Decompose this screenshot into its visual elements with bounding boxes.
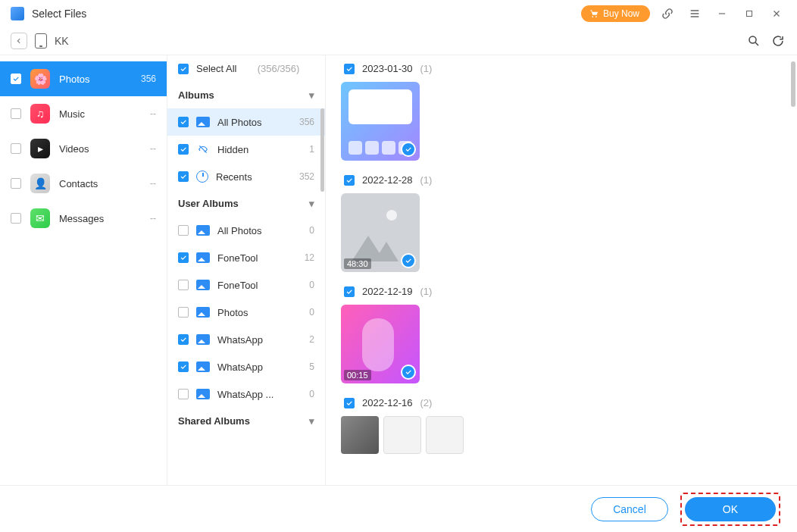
date-header[interactable]: 2023-01-30(1)	[341, 63, 782, 74]
date-checkbox[interactable]	[344, 175, 355, 186]
album-item[interactable]: WhatsApp2	[167, 326, 325, 353]
duration-label: 00:15	[344, 370, 371, 380]
album-count: 5	[309, 361, 314, 372]
clock-icon	[196, 171, 208, 183]
album-icon	[196, 225, 210, 236]
ok-button[interactable]: OK	[685, 497, 776, 521]
breadcrumb: KK	[0, 27, 797, 55]
cancel-button[interactable]: Cancel	[591, 497, 668, 521]
date-label: 2022-12-19	[362, 286, 413, 297]
album-checkbox[interactable]	[178, 252, 189, 263]
date-header[interactable]: 2022-12-16(2)	[341, 397, 782, 408]
category-photos[interactable]: 🌸Photos356	[0, 61, 167, 96]
search-icon[interactable]	[745, 33, 762, 49]
album-count: 0	[309, 280, 314, 290]
close-button[interactable]	[767, 4, 786, 23]
album-checkbox[interactable]	[178, 361, 189, 372]
album-item[interactable]: All Photos0	[167, 217, 325, 244]
back-button[interactable]	[11, 33, 27, 49]
photo-thumbnail[interactable]	[341, 82, 420, 161]
date-count: (1)	[420, 174, 433, 186]
album-icon	[196, 361, 210, 372]
date-checkbox[interactable]	[344, 64, 355, 74]
category-count: --	[150, 143, 156, 154]
thumbnail-row: 48:30	[341, 193, 782, 272]
album-item[interactable]: WhatsApp5	[167, 353, 325, 380]
refresh-icon[interactable]	[770, 33, 786, 49]
album-group-header[interactable]: Albums▾	[167, 82, 325, 108]
album-item[interactable]: Hidden1	[167, 136, 325, 163]
photo-thumbnail[interactable]	[341, 416, 464, 454]
category-checkbox[interactable]	[11, 213, 21, 224]
maximize-button[interactable]	[739, 4, 759, 23]
album-checkbox[interactable]	[178, 280, 189, 290]
category-music[interactable]: ♫Music--	[0, 96, 167, 131]
album-item[interactable]: Recents352	[167, 163, 325, 190]
category-messages[interactable]: ✉Messages--	[0, 201, 167, 236]
album-group-title: Shared Albums	[178, 415, 250, 427]
album-checkbox[interactable]	[178, 171, 189, 182]
content-scrollbar[interactable]	[791, 61, 795, 107]
album-item[interactable]: FoneTool0	[167, 271, 325, 299]
category-contacts[interactable]: 👤Contacts--	[0, 166, 167, 201]
album-icon	[196, 334, 210, 345]
select-all-row[interactable]: Select All (356/356)	[167, 55, 325, 82]
album-checkbox[interactable]	[178, 307, 189, 318]
category-checkbox[interactable]	[11, 74, 21, 84]
photo-thumbnail[interactable]: 00:15	[341, 305, 420, 383]
thumbnail-row	[341, 82, 782, 161]
album-icon	[196, 117, 210, 127]
category-label: Photos	[59, 74, 132, 85]
buy-now-label: Buy Now	[603, 8, 639, 19]
album-label: All Photos	[217, 225, 302, 236]
category-videos[interactable]: ▸Videos--	[0, 131, 167, 166]
album-label: All Photos	[217, 117, 292, 128]
album-icon	[196, 252, 210, 263]
chevron-down-icon: ▾	[309, 415, 314, 427]
album-checkbox[interactable]	[178, 117, 189, 127]
date-group: 2022-12-28(1)48:30	[341, 174, 782, 272]
album-item[interactable]: Photos0	[167, 299, 325, 326]
select-all-checkbox[interactable]	[178, 64, 189, 74]
category-count: --	[150, 213, 156, 224]
category-label: Videos	[59, 143, 141, 155]
date-checkbox[interactable]	[344, 398, 355, 408]
category-count: --	[150, 178, 156, 189]
date-header[interactable]: 2022-12-28(1)	[341, 174, 782, 186]
date-checkbox[interactable]	[344, 286, 355, 297]
select-all-label: Select All	[196, 63, 236, 74]
album-scrollbar[interactable]	[320, 108, 324, 192]
album-item[interactable]: FoneTool12	[167, 244, 325, 271]
date-header[interactable]: 2022-12-19(1)	[341, 286, 782, 297]
svg-point-3	[749, 36, 756, 43]
album-checkbox[interactable]	[178, 389, 189, 399]
album-checkbox[interactable]	[178, 144, 189, 155]
contacts-icon: 👤	[30, 174, 50, 193]
link-icon[interactable]	[658, 4, 677, 23]
category-checkbox[interactable]	[11, 143, 21, 154]
album-checkbox[interactable]	[178, 334, 189, 345]
album-group-header[interactable]: User Albums▾	[167, 190, 325, 217]
album-group-title: Albums	[178, 89, 214, 101]
album-item[interactable]: All Photos356	[167, 108, 325, 136]
album-item[interactable]: WhatsApp ...0	[167, 380, 325, 408]
buy-now-button[interactable]: Buy Now	[581, 5, 650, 22]
album-label: FoneTool	[217, 252, 297, 264]
main-area: 🌸Photos356♫Music--▸Videos--👤Contacts--✉M…	[0, 55, 797, 485]
album-label: WhatsApp	[217, 361, 302, 373]
window-title: Select Files	[32, 8, 86, 20]
album-checkbox[interactable]	[178, 225, 189, 236]
category-checkbox[interactable]	[11, 108, 21, 119]
album-list-panel: Select All (356/356) Albums▾All Photos35…	[167, 55, 326, 485]
album-group-title: User Albums	[178, 198, 239, 209]
titlebar: Select Files Buy Now	[0, 0, 797, 27]
photo-thumbnail[interactable]: 48:30	[341, 193, 420, 272]
album-count: 0	[309, 389, 314, 399]
hidden-icon	[196, 144, 210, 155]
category-checkbox[interactable]	[11, 178, 21, 189]
album-icon	[196, 307, 210, 318]
album-group-header[interactable]: Shared Albums▾	[167, 408, 325, 434]
album-count: 0	[309, 307, 314, 318]
minimize-button[interactable]	[712, 4, 732, 23]
menu-icon[interactable]	[685, 4, 705, 23]
